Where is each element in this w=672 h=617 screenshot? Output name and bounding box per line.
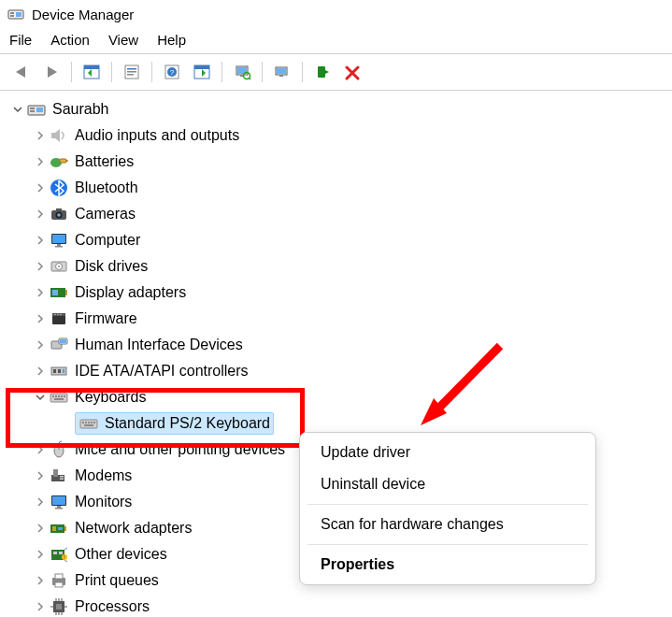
tree-root[interactable]: Saurabh xyxy=(6,96,672,122)
menu-view[interactable]: View xyxy=(108,32,138,48)
back-button[interactable] xyxy=(7,58,36,86)
tree-item-label: Network adapters xyxy=(75,520,192,537)
menu-help[interactable]: Help xyxy=(157,32,186,48)
chevron-right-icon[interactable] xyxy=(32,546,49,563)
svg-rect-3 xyxy=(16,12,21,17)
chevron-right-icon[interactable] xyxy=(32,441,49,458)
svg-rect-83 xyxy=(64,526,66,531)
properties-button[interactable] xyxy=(118,58,146,86)
svg-rect-69 xyxy=(93,422,95,423)
tree-item-label: Mice and other pointing devices xyxy=(75,441,285,458)
chevron-right-icon[interactable] xyxy=(32,153,49,170)
svg-rect-76 xyxy=(60,479,64,481)
svg-rect-44 xyxy=(65,290,67,295)
ide-controller-icon xyxy=(49,361,69,381)
context-menu-sep xyxy=(307,544,588,545)
svg-rect-20 xyxy=(277,68,286,74)
tree-item-display-adapters[interactable]: Display adapters xyxy=(6,280,672,306)
tree-item-processors[interactable]: Processors xyxy=(6,594,672,617)
tree-item-hid[interactable]: Human Interface Devices xyxy=(6,332,672,358)
forward-button[interactable] xyxy=(37,58,65,86)
add-legacy-hardware-button[interactable] xyxy=(268,58,296,86)
context-menu-update-driver[interactable]: Update driver xyxy=(300,437,595,468)
svg-rect-79 xyxy=(57,506,61,508)
chevron-right-icon[interactable] xyxy=(32,206,49,222)
tree-item-audio[interactable]: Audio inputs and outputs xyxy=(6,122,672,149)
tree-item-computer[interactable]: Computer xyxy=(6,227,672,253)
tree-item-label: Print queues xyxy=(75,572,159,589)
chevron-right-icon[interactable] xyxy=(32,467,49,484)
svg-rect-21 xyxy=(279,75,283,77)
chevron-right-icon[interactable] xyxy=(32,284,49,301)
svg-rect-59 xyxy=(55,395,57,397)
tree-item-label: Disk drives xyxy=(75,258,148,275)
tree-item-label: Processors xyxy=(75,598,150,615)
menu-bar: File Action View Help xyxy=(0,28,672,53)
chevron-down-icon[interactable] xyxy=(32,389,49,406)
svg-rect-62 xyxy=(64,395,65,397)
svg-rect-86 xyxy=(53,552,57,554)
svg-rect-9 xyxy=(127,74,134,76)
menu-file[interactable]: File xyxy=(9,32,32,48)
svg-rect-94 xyxy=(56,604,62,610)
svg-rect-34 xyxy=(56,208,62,211)
tree-item-batteries[interactable]: Batteries xyxy=(6,149,672,175)
hid-icon xyxy=(49,335,69,355)
chevron-down-icon[interactable] xyxy=(9,101,26,118)
menu-action[interactable]: Action xyxy=(50,32,90,48)
svg-rect-58 xyxy=(52,395,54,397)
chevron-right-icon[interactable] xyxy=(32,232,49,249)
toolbar-sep xyxy=(71,62,72,82)
toolbar: ? xyxy=(0,54,672,91)
tree-item-label: Audio inputs and outputs xyxy=(75,127,239,144)
chevron-right-icon[interactable] xyxy=(32,179,49,196)
tree-item-cameras[interactable]: Cameras xyxy=(6,201,672,227)
context-menu-scan-hardware[interactable]: Scan for hardware changes xyxy=(300,509,595,540)
tree-item-label: Modems xyxy=(75,467,132,484)
display-adapter-icon xyxy=(49,282,69,303)
tree-item-ide[interactable]: IDE ATA/ATAPI controllers xyxy=(6,358,672,384)
camera-icon xyxy=(49,204,69,224)
chevron-right-icon[interactable] xyxy=(32,520,49,537)
toolbar-sep xyxy=(111,62,112,82)
chevron-right-icon[interactable] xyxy=(32,258,49,275)
context-menu-sep xyxy=(307,504,588,505)
svg-rect-29 xyxy=(66,160,68,162)
svg-rect-22 xyxy=(318,66,325,78)
svg-rect-55 xyxy=(58,369,61,373)
chevron-right-icon[interactable] xyxy=(32,572,49,589)
chevron-right-icon[interactable] xyxy=(32,494,49,510)
context-menu-properties[interactable]: Properties xyxy=(300,549,595,581)
tree-item-bluetooth[interactable]: Bluetooth xyxy=(6,175,672,201)
svg-rect-25 xyxy=(30,110,35,112)
toolbar-sep xyxy=(302,62,303,82)
tree-item-firmware[interactable]: Firmware xyxy=(6,306,672,332)
chevron-right-icon[interactable] xyxy=(32,363,49,380)
svg-rect-74 xyxy=(53,469,58,477)
chevron-right-icon[interactable] xyxy=(32,127,49,144)
svg-rect-75 xyxy=(60,476,64,478)
uninstall-device-button[interactable] xyxy=(338,58,366,86)
tree-item-label: Computer xyxy=(75,232,140,249)
toolbar-sep xyxy=(262,62,263,82)
svg-rect-46 xyxy=(52,313,65,316)
scan-hardware-changes-button[interactable] xyxy=(228,58,256,86)
svg-rect-7 xyxy=(127,68,136,70)
action-pane-button[interactable] xyxy=(188,58,216,86)
tree-item-keyboards[interactable]: Keyboards xyxy=(6,384,672,410)
tree-item-label: Display adapters xyxy=(75,284,186,301)
tree-item-label: Firmware xyxy=(75,310,137,327)
chevron-right-icon[interactable] xyxy=(32,598,49,615)
show-hide-console-tree-button[interactable] xyxy=(78,58,106,86)
context-menu-uninstall-device[interactable]: Uninstall device xyxy=(300,468,595,500)
toolbar-sep xyxy=(151,62,152,82)
svg-rect-66 xyxy=(85,422,87,423)
help-button[interactable]: ? xyxy=(158,58,186,86)
enable-device-button[interactable] xyxy=(308,58,336,86)
svg-rect-65 xyxy=(82,422,84,423)
chevron-right-icon[interactable] xyxy=(32,337,49,353)
tree-item-disk-drives[interactable]: Disk drives xyxy=(6,253,672,280)
svg-rect-57 xyxy=(50,394,67,402)
chevron-right-icon[interactable] xyxy=(32,310,49,327)
svg-rect-92 xyxy=(55,582,63,587)
